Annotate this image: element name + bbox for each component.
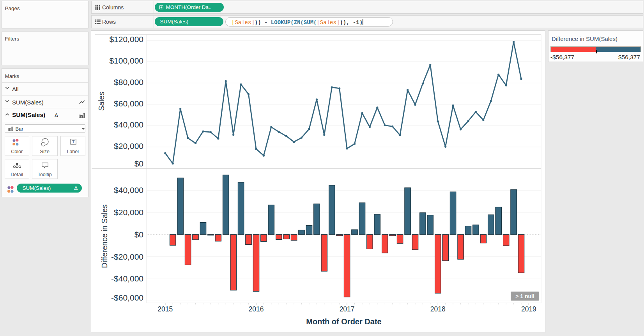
svg-text:2017: 2017 xyxy=(340,305,355,313)
svg-text:T: T xyxy=(72,139,75,144)
svg-text:$40,000: $40,000 xyxy=(114,120,143,129)
svg-text:-$60,000: -$60,000 xyxy=(111,293,143,302)
svg-text:$20,000: $20,000 xyxy=(114,208,143,217)
svg-text:Month of Order Date: Month of Order Date xyxy=(306,317,381,326)
svg-text:2019: 2019 xyxy=(521,305,536,313)
svg-text:$0: $0 xyxy=(134,230,143,239)
svg-text:Sales: Sales xyxy=(97,92,106,111)
svg-text:Difference in Sales: Difference in Sales xyxy=(100,204,109,268)
svg-text:$120,000: $120,000 xyxy=(109,35,143,44)
svg-text:$100,000: $100,000 xyxy=(109,56,143,65)
svg-text:> 1 null: > 1 null xyxy=(515,293,534,299)
svg-text:-$20,000: -$20,000 xyxy=(111,252,143,261)
svg-text:-$40,000: -$40,000 xyxy=(111,274,143,283)
svg-text:2015: 2015 xyxy=(157,305,173,313)
svg-text:$40,000: $40,000 xyxy=(114,186,143,195)
svg-text:$0: $0 xyxy=(134,159,143,168)
svg-text:$80,000: $80,000 xyxy=(114,78,143,87)
svg-text:$60,000: $60,000 xyxy=(114,99,143,108)
svg-text:$20,000: $20,000 xyxy=(114,141,143,150)
svg-text:2018: 2018 xyxy=(430,305,446,313)
svg-text:2016: 2016 xyxy=(249,305,264,313)
